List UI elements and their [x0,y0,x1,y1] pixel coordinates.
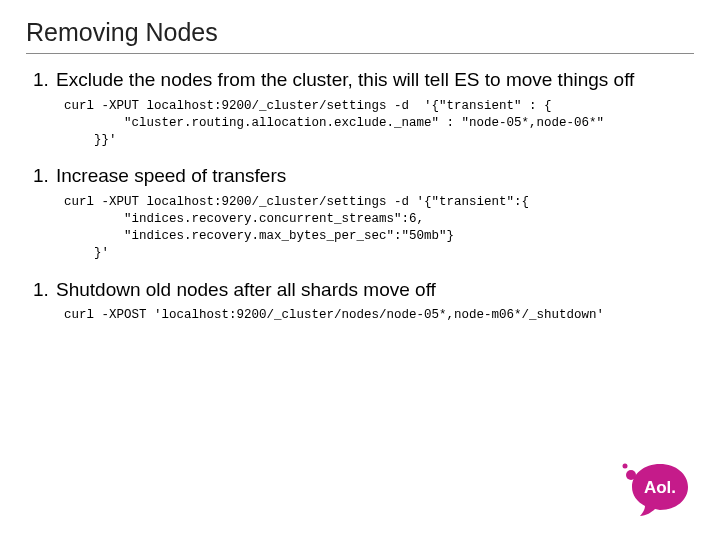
list-item-text: Increase speed of transfers [56,165,286,186]
step-list-2: Increase speed of transfers [26,164,694,188]
logo-text: Aol. [644,478,676,497]
svg-point-0 [626,470,636,480]
page-title: Removing Nodes [26,18,694,47]
code-block: curl -XPUT localhost:9200/_cluster/setti… [64,194,694,262]
step-list-1: Exclude the nodes from the cluster, this… [26,68,694,92]
list-item-text: Exclude the nodes from the cluster, this… [56,69,634,90]
list-item: Exclude the nodes from the cluster, this… [54,68,694,92]
title-underline [26,53,694,54]
speech-bubble-icon: Aol. [620,462,694,518]
list-item-text: Shutdown old nodes after all shards move… [56,279,436,300]
slide: Removing Nodes Exclude the nodes from th… [0,0,720,540]
list-item: Increase speed of transfers [54,164,694,188]
step-list-3: Shutdown old nodes after all shards move… [26,278,694,302]
svg-point-1 [623,464,628,469]
aol-logo: Aol. [620,462,694,522]
list-item: Shutdown old nodes after all shards move… [54,278,694,302]
code-block: curl -XPOST 'localhost:9200/_cluster/nod… [64,307,694,324]
code-block: curl -XPUT localhost:9200/_cluster/setti… [64,98,694,149]
